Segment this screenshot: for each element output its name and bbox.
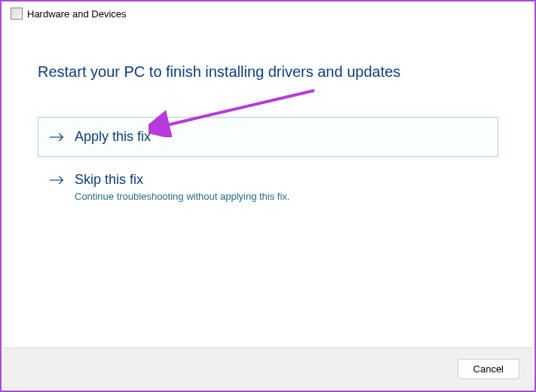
apply-fix-title: Apply this fix [75,128,151,145]
cancel-button[interactable]: Cancel [458,359,519,379]
apply-this-fix-option[interactable]: Apply this fix [38,117,498,157]
footer: Cancel [3,348,533,389]
skip-this-fix-option[interactable]: Skip this fix Continue troubleshooting w… [38,160,498,213]
page-title: Restart your PC to finish installing dri… [38,63,498,81]
titlebar: Hardware and Devices [2,2,534,26]
option-text: Apply this fix [75,128,151,145]
skip-fix-desc: Continue troubleshooting without applyin… [75,191,289,202]
arrow-right-icon [49,173,64,188]
option-text: Skip this fix Continue troubleshooting w… [75,171,289,201]
skip-fix-title: Skip this fix [75,171,289,188]
window-title: Hardware and Devices [27,8,127,20]
troubleshooter-icon [11,8,23,20]
arrow-right-icon [49,130,64,145]
content-area: Restart your PC to finish installing dri… [2,26,534,213]
